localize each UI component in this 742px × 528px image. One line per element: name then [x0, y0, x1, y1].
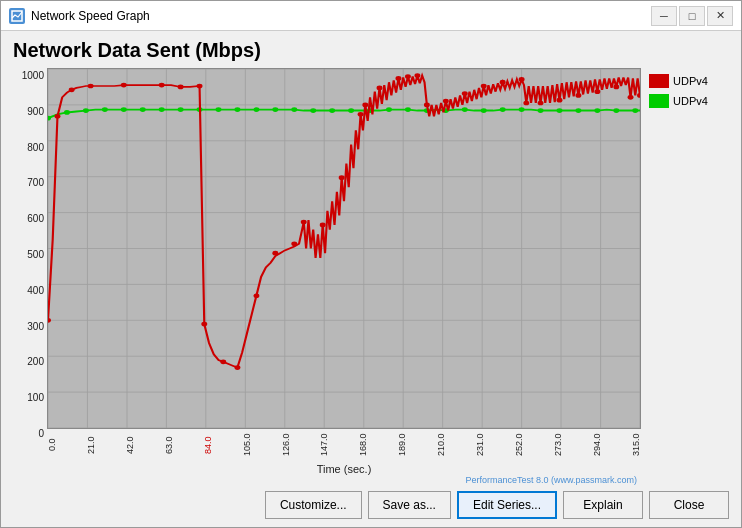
svg-point-53 [500, 107, 506, 112]
svg-point-52 [481, 108, 487, 113]
y-label-500: 500 [9, 249, 47, 260]
svg-point-33 [121, 107, 127, 112]
svg-point-42 [291, 107, 297, 112]
svg-point-91 [538, 101, 544, 106]
svg-point-82 [405, 74, 411, 79]
svg-point-54 [519, 107, 525, 112]
svg-point-85 [443, 99, 449, 104]
svg-point-34 [140, 107, 146, 112]
y-label-400: 400 [9, 285, 47, 296]
minimize-button[interactable]: ─ [651, 6, 677, 26]
svg-point-56 [557, 108, 563, 113]
svg-point-92 [557, 98, 563, 103]
svg-point-39 [234, 107, 240, 112]
svg-point-64 [88, 84, 94, 89]
svg-point-75 [301, 220, 307, 225]
svg-point-81 [396, 76, 402, 81]
x-label-210: 210.0 [436, 431, 446, 459]
x-label-315: 315.0 [631, 431, 641, 459]
svg-point-70 [220, 360, 226, 365]
svg-point-65 [121, 83, 127, 88]
svg-point-84 [424, 103, 430, 108]
svg-point-93 [575, 93, 581, 98]
x-label-105: 105.0 [242, 431, 252, 459]
chart-title: Network Data Sent (Mbps) [9, 39, 733, 62]
y-label-0: 0 [9, 428, 47, 439]
y-label-700: 700 [9, 177, 47, 188]
svg-point-66 [159, 83, 165, 88]
watermark: PerformanceTest 8.0 (www.passmark.com) [9, 475, 733, 485]
legend-color-green [649, 94, 669, 108]
svg-point-80 [377, 86, 383, 91]
svg-point-87 [481, 84, 487, 89]
x-label-231: 231.0 [475, 431, 485, 459]
svg-point-73 [272, 251, 278, 256]
svg-point-90 [523, 101, 529, 106]
svg-point-55 [538, 108, 544, 113]
close-button[interactable]: Close [649, 491, 729, 519]
content-area: Network Data Sent (Mbps) 0 100 200 300 4… [1, 31, 741, 527]
maximize-button[interactable]: □ [679, 6, 705, 26]
svg-point-41 [272, 107, 278, 112]
chart-svg [48, 69, 640, 428]
legend-item-udpv4-red: UDPv4 [649, 74, 727, 88]
x-label-294: 294.0 [592, 431, 602, 459]
customize-button[interactable]: Customize... [265, 491, 362, 519]
x-label-0: 0.0 [47, 431, 57, 459]
y-label-900: 900 [9, 106, 47, 117]
title-bar: Network Speed Graph ─ □ ✕ [1, 1, 741, 31]
x-label-84: 84.0 [203, 431, 213, 459]
svg-point-74 [291, 241, 297, 246]
window-controls: ─ □ ✕ [651, 6, 733, 26]
svg-point-71 [234, 365, 240, 370]
svg-point-86 [462, 91, 468, 96]
svg-point-30 [64, 110, 70, 115]
svg-point-32 [102, 107, 108, 112]
legend-color-red [649, 74, 669, 88]
y-label-200: 200 [9, 356, 47, 367]
svg-point-59 [613, 108, 619, 113]
x-axis: 0.0 21.0 42.0 63.0 84.0 105.0 126.0 147.… [47, 429, 641, 465]
svg-point-38 [216, 107, 222, 112]
legend-item-udpv4-green: UDPv4 [649, 94, 727, 108]
x-label-147: 147.0 [319, 431, 329, 459]
svg-point-89 [519, 77, 525, 82]
svg-point-60 [632, 108, 638, 113]
x-label-189: 189.0 [397, 431, 407, 459]
save-as-button[interactable]: Save as... [368, 491, 451, 519]
x-label-273: 273.0 [553, 431, 563, 459]
svg-point-58 [594, 108, 600, 113]
svg-point-57 [575, 108, 581, 113]
chart-plot-area [47, 68, 641, 429]
x-label-168: 168.0 [358, 431, 368, 459]
y-label-100: 100 [9, 392, 47, 403]
legend-label-udpv4-green: UDPv4 [673, 95, 708, 107]
svg-point-94 [594, 89, 600, 94]
svg-point-40 [253, 107, 259, 112]
x-label-21: 21.0 [86, 431, 96, 459]
svg-point-63 [69, 87, 75, 92]
close-window-button[interactable]: ✕ [707, 6, 733, 26]
x-label-42: 42.0 [125, 431, 135, 459]
x-label-126: 126.0 [281, 431, 291, 459]
svg-point-62 [55, 114, 61, 119]
svg-point-88 [500, 80, 506, 85]
svg-point-47 [386, 107, 392, 112]
explain-button[interactable]: Explain [563, 491, 643, 519]
svg-point-77 [339, 175, 345, 180]
x-label-252: 252.0 [514, 431, 524, 459]
main-window: Network Speed Graph ─ □ ✕ Network Data S… [0, 0, 742, 528]
y-label-800: 800 [9, 142, 47, 153]
svg-point-95 [613, 85, 619, 90]
svg-point-96 [628, 95, 634, 100]
svg-point-76 [320, 223, 326, 228]
svg-point-78 [358, 112, 364, 117]
svg-point-51 [462, 107, 468, 112]
y-label-1000: 1000 [9, 70, 47, 81]
svg-point-67 [178, 85, 184, 90]
svg-point-69 [201, 322, 207, 327]
legend-panel: UDPv4 UDPv4 [643, 68, 733, 475]
footer-buttons: Customize... Save as... Edit Series... E… [9, 485, 733, 523]
edit-series-button[interactable]: Edit Series... [457, 491, 557, 519]
svg-point-44 [329, 108, 335, 113]
